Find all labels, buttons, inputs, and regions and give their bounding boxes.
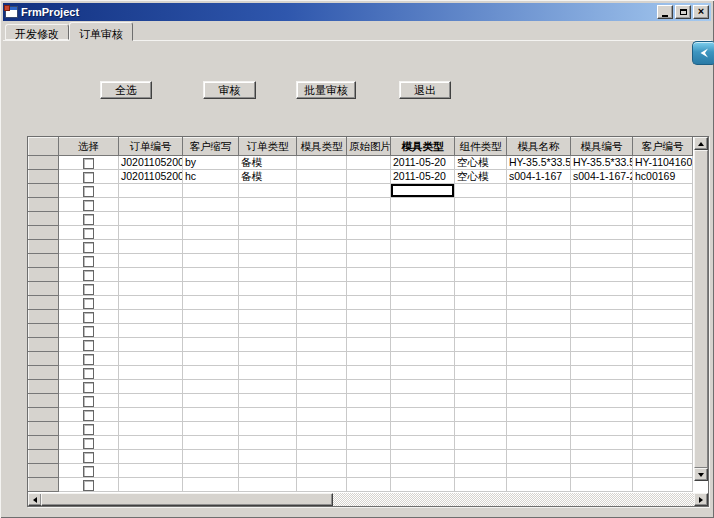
row-header-cell[interactable] (29, 156, 59, 170)
grid-cell[interactable] (297, 254, 347, 268)
select-cell[interactable] (59, 156, 119, 170)
grid-cell[interactable] (507, 366, 571, 380)
grid-cell[interactable] (239, 184, 297, 198)
grid-cell[interactable] (297, 310, 347, 324)
grid-cell[interactable] (391, 240, 455, 254)
row-header-cell[interactable] (29, 198, 59, 212)
grid-cell[interactable] (571, 184, 633, 198)
grid-cell[interactable] (239, 408, 297, 422)
grid-cell[interactable] (119, 254, 183, 268)
grid-cell[interactable] (507, 254, 571, 268)
grid-cell[interactable] (571, 408, 633, 422)
row-header-cell[interactable] (29, 268, 59, 282)
grid-cell[interactable] (391, 380, 455, 394)
grid-cell[interactable] (119, 464, 183, 478)
grid-cell[interactable] (239, 394, 297, 408)
row-checkbox[interactable] (83, 270, 94, 281)
grid-cell[interactable] (239, 352, 297, 366)
grid-cell[interactable] (239, 254, 297, 268)
row-header-cell[interactable] (29, 394, 59, 408)
column-header[interactable]: 组件类型 (455, 138, 507, 156)
row-checkbox[interactable] (83, 452, 94, 463)
grid-cell[interactable] (507, 324, 571, 338)
grid-cell[interactable] (239, 478, 297, 492)
grid-cell[interactable] (183, 436, 239, 450)
grid-cell[interactable] (507, 464, 571, 478)
grid-cell[interactable] (571, 478, 633, 492)
grid-cell[interactable] (633, 366, 693, 380)
row-checkbox[interactable] (83, 256, 94, 267)
grid-cell[interactable] (297, 338, 347, 352)
grid-cell[interactable] (391, 408, 455, 422)
grid-cell[interactable] (347, 212, 391, 226)
grid-cell[interactable] (347, 380, 391, 394)
grid-cell[interactable] (119, 268, 183, 282)
grid-cell[interactable] (455, 352, 507, 366)
grid-cell[interactable] (391, 310, 455, 324)
select-cell[interactable] (59, 198, 119, 212)
grid-cell[interactable] (297, 198, 347, 212)
grid-cell[interactable] (633, 422, 693, 436)
grid-cell[interactable]: by (183, 156, 239, 170)
grid-cell[interactable]: 备模 (239, 156, 297, 170)
grid-cell[interactable] (391, 394, 455, 408)
grid-cell[interactable] (119, 450, 183, 464)
column-header[interactable]: 模具名称 (507, 138, 571, 156)
grid-cell[interactable] (391, 212, 455, 226)
grid-cell[interactable] (297, 422, 347, 436)
exit-button[interactable]: 退出 (399, 81, 451, 99)
grid-cell[interactable] (507, 282, 571, 296)
grid-cell[interactable] (571, 380, 633, 394)
row-checkbox[interactable] (83, 340, 94, 351)
grid-cell[interactable] (239, 226, 297, 240)
grid-cell[interactable] (183, 296, 239, 310)
row-checkbox[interactable] (83, 410, 94, 421)
grid-cell[interactable] (633, 408, 693, 422)
grid-cell[interactable] (297, 450, 347, 464)
select-cell[interactable] (59, 366, 119, 380)
row-header-cell[interactable] (29, 436, 59, 450)
select-cell[interactable] (59, 478, 119, 492)
grid-cell[interactable] (347, 170, 391, 184)
grid-cell[interactable] (507, 436, 571, 450)
select-cell[interactable] (59, 338, 119, 352)
grid-cell[interactable] (455, 240, 507, 254)
grid-cell[interactable] (239, 464, 297, 478)
grid-cell[interactable] (571, 310, 633, 324)
grid-cell[interactable] (571, 338, 633, 352)
horizontal-scrollbar[interactable] (28, 493, 708, 506)
row-header-cell[interactable] (29, 338, 59, 352)
grid-cell[interactable] (455, 268, 507, 282)
grid-cell[interactable] (183, 394, 239, 408)
grid-cell[interactable] (183, 310, 239, 324)
select-cell[interactable] (59, 324, 119, 338)
grid-cell[interactable] (571, 422, 633, 436)
grid-cell[interactable] (455, 366, 507, 380)
row-checkbox[interactable] (83, 480, 94, 491)
grid-cell[interactable] (455, 212, 507, 226)
grid-cell[interactable] (119, 366, 183, 380)
grid-cell[interactable]: J020110520001 (119, 156, 183, 170)
row-header-cell[interactable] (29, 310, 59, 324)
grid-cell[interactable] (391, 436, 455, 450)
grid-cell[interactable] (183, 352, 239, 366)
grid-cell[interactable] (347, 436, 391, 450)
grid-cell[interactable] (507, 422, 571, 436)
select-cell[interactable] (59, 436, 119, 450)
select-cell[interactable] (59, 226, 119, 240)
grid-cell[interactable] (633, 296, 693, 310)
grid-cell[interactable] (297, 268, 347, 282)
grid-cell[interactable] (391, 450, 455, 464)
grid-cell[interactable] (455, 380, 507, 394)
grid-cell[interactable] (347, 352, 391, 366)
grid-cell[interactable] (455, 408, 507, 422)
column-header[interactable]: 选择 (59, 138, 119, 156)
grid-cell[interactable] (119, 324, 183, 338)
row-checkbox[interactable] (83, 326, 94, 337)
row-header-cell[interactable] (29, 226, 59, 240)
column-header[interactable]: 订单类型 (239, 138, 297, 156)
grid-cell[interactable] (297, 366, 347, 380)
grid-cell[interactable] (633, 212, 693, 226)
grid-cell[interactable] (239, 268, 297, 282)
row-checkbox[interactable] (83, 396, 94, 407)
